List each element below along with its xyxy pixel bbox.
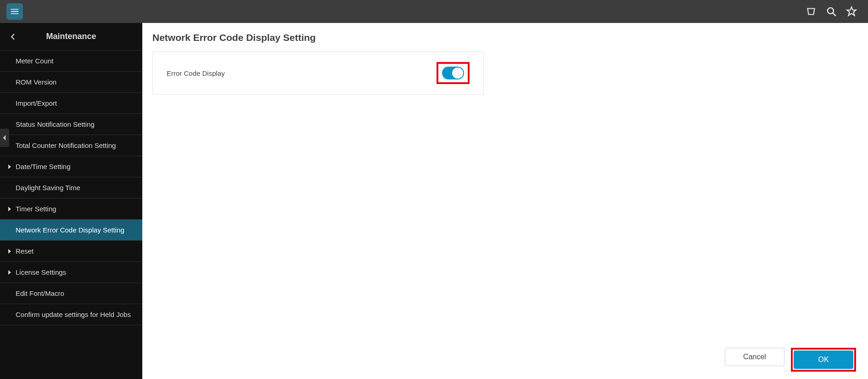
sidebar-item-label: Edit Font/Macro bbox=[16, 289, 64, 297]
sidebar-item-label: ROM Version bbox=[16, 78, 56, 86]
error-code-display-toggle[interactable] bbox=[442, 67, 464, 79]
content-area: Network Error Code Display Setting Error… bbox=[142, 23, 868, 379]
sidebar-item-label: Confirm update settings for Held Jobs bbox=[16, 311, 131, 318]
svg-point-0 bbox=[828, 8, 834, 14]
menu-button[interactable] bbox=[6, 3, 23, 20]
sidebar-item[interactable]: Reset bbox=[0, 241, 142, 262]
footer-buttons: Cancel OK bbox=[725, 348, 856, 372]
page-title: Network Error Code Display Setting bbox=[152, 32, 858, 43]
settings-card: Error Code Display bbox=[152, 51, 484, 95]
top-bar bbox=[0, 0, 868, 23]
sidebar-item-label: License Settings bbox=[16, 268, 66, 276]
sidebar-item[interactable]: Daylight Saving Time bbox=[0, 177, 142, 198]
sidebar-item-label: Total Counter Notification Setting bbox=[16, 141, 116, 149]
sidebar-item[interactable]: License Settings bbox=[0, 262, 142, 283]
chevron-right-icon bbox=[7, 164, 12, 169]
sidebar-item[interactable]: Edit Font/Macro bbox=[0, 283, 142, 304]
cancel-button[interactable]: Cancel bbox=[725, 348, 784, 366]
chevron-right-icon bbox=[7, 249, 12, 254]
sidebar: Maintenance Meter CountROM VersionImport… bbox=[0, 23, 142, 379]
error-code-display-label: Error Code Display bbox=[167, 69, 225, 77]
sidebar-collapse-tab[interactable] bbox=[0, 129, 9, 147]
ok-highlight-box: OK bbox=[791, 348, 856, 372]
sidebar-item[interactable]: Status Notification Setting bbox=[0, 114, 142, 135]
sidebar-item[interactable]: Date/Time Setting bbox=[0, 156, 142, 177]
sidebar-item[interactable]: ROM Version bbox=[0, 72, 142, 93]
sidebar-back-button[interactable] bbox=[6, 29, 20, 44]
error-code-display-row: Error Code Display bbox=[153, 52, 483, 94]
search-icon bbox=[825, 6, 837, 17]
chevron-right-icon bbox=[7, 207, 12, 211]
sidebar-title: Maintenance bbox=[20, 32, 137, 41]
sidebar-list[interactable]: Meter CountROM VersionImport/ExportStatu… bbox=[0, 51, 142, 379]
toggle-highlight-box bbox=[437, 62, 470, 84]
sidebar-item-label: Daylight Saving Time bbox=[16, 184, 80, 192]
hamburger-icon bbox=[10, 6, 20, 17]
sidebar-item[interactable]: Meter Count bbox=[0, 51, 142, 72]
sidebar-item-label: Date/Time Setting bbox=[16, 163, 71, 170]
chevron-right-icon bbox=[7, 270, 12, 275]
ok-button[interactable]: OK bbox=[794, 351, 853, 369]
sidebar-item-label: Meter Count bbox=[16, 57, 54, 65]
chevron-left-icon bbox=[11, 34, 15, 40]
favorite-button[interactable] bbox=[841, 1, 862, 22]
sidebar-item-label: Import/Export bbox=[16, 99, 57, 107]
sidebar-item-label: Timer Setting bbox=[16, 205, 56, 213]
display-icon bbox=[805, 6, 817, 17]
star-icon bbox=[846, 6, 857, 17]
sidebar-item-label: Network Error Code Display Setting bbox=[16, 226, 124, 234]
sidebar-item[interactable]: Import/Export bbox=[0, 93, 142, 114]
chevron-left-icon bbox=[2, 135, 7, 141]
sidebar-item-label: Status Notification Setting bbox=[16, 120, 95, 128]
sidebar-item[interactable]: Confirm update settings for Held Jobs bbox=[0, 304, 142, 325]
sidebar-item[interactable]: Timer Setting bbox=[0, 198, 142, 220]
toggle-knob bbox=[452, 68, 463, 79]
sidebar-item-label: Reset bbox=[16, 247, 34, 255]
sidebar-item[interactable]: Total Counter Notification Setting bbox=[0, 135, 142, 156]
sidebar-header: Maintenance bbox=[0, 23, 142, 51]
sidebar-item[interactable]: Network Error Code Display Setting bbox=[0, 220, 142, 241]
search-button[interactable] bbox=[821, 1, 841, 22]
display-rotate-button[interactable] bbox=[801, 1, 821, 22]
